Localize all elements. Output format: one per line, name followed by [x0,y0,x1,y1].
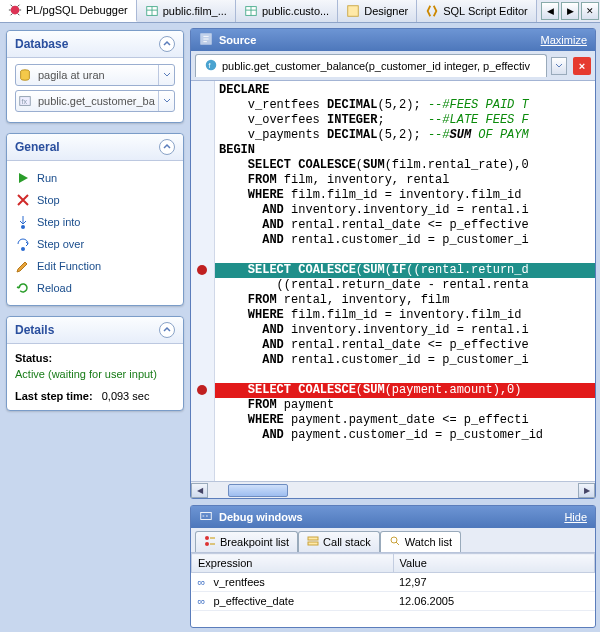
breakpoint-marker[interactable] [197,265,207,275]
source-file-tab[interactable]: f public.get_customer_balance(p_customer… [195,54,547,77]
code-line: WHERE film.film_id = inventory.film_id [215,188,595,203]
debug-title: Debug windows [219,511,558,523]
edit-icon [15,258,31,274]
tab-designer[interactable]: Designer [338,0,417,22]
tab-label: Designer [364,5,408,17]
bug-icon [8,3,22,17]
nav-prev-button[interactable]: ◀ [541,2,559,20]
function-select[interactable]: fx public.get_customer_ba [15,90,175,112]
col-expression[interactable]: Expression [192,554,394,573]
last-step-label: Last step time: [15,390,93,402]
tab-label: public.film_... [163,5,227,17]
code-editor[interactable]: DECLARE v_rentfees DECIMAL(5,2); --#FEES… [191,81,595,481]
code-line: DECLARE [215,83,595,98]
svg-rect-3 [348,6,359,17]
code-line: AND rental.rental_date <= p_effective [215,338,595,353]
gutter[interactable] [191,81,215,481]
code-line: AND rental.rental_date <= p_effective [215,218,595,233]
table-icon [244,4,258,18]
database-select[interactable]: pagila at uran [15,64,175,86]
action-label: Step over [37,238,84,250]
collapse-icon[interactable] [159,139,175,155]
collapse-icon[interactable] [159,322,175,338]
debug-panel: Debug windows Hide Breakpoint list Call … [190,505,596,628]
code-line: AND payment.customer_id = p_customer_id [215,428,595,443]
tab-list-dropdown[interactable] [551,57,567,75]
tab-nav-controls: ◀ ▶ ✕ [540,0,600,22]
scroll-left-button[interactable]: ◀ [191,483,208,498]
watch-icon [389,535,401,549]
code-line: WHERE payment.payment_date <= p_effecti [215,413,595,428]
table-row[interactable]: p_effective_date12.06.2005 [192,592,595,611]
maximize-link[interactable]: Maximize [541,34,587,46]
svg-text:fx: fx [22,98,28,105]
status-label: Status: [15,352,52,364]
step-over-icon [15,236,31,252]
tab-film[interactable]: public.film_... [137,0,236,22]
code-line: AND rental.customer_id = p_customer_i [215,353,595,368]
code-line: SELECT COALESCE(SUM(film.rental_rate),0 [215,158,595,173]
content-area: Source Maximize f public.get_customer_ba… [190,24,600,632]
svg-rect-15 [308,537,318,540]
glasses-icon [198,576,210,586]
breakpoint-list-icon [204,535,216,549]
database-panel: Database pagila at uran fx public.get_cu… [6,30,184,123]
chevron-down-icon[interactable] [158,91,174,111]
code-line: AND rental.customer_id = p_customer_i [215,233,595,248]
svg-text:f: f [208,62,210,69]
action-label: Step into [37,216,80,228]
reload-icon [15,280,31,296]
collapse-icon[interactable] [159,36,175,52]
svg-point-0 [11,6,20,15]
horizontal-scrollbar[interactable]: ◀ ▶ [191,481,595,498]
panel-title: General [15,140,159,154]
reload-button[interactable]: Reload [15,277,175,299]
sidebar: Database pagila at uran fx public.get_cu… [0,24,190,632]
debug-tabs: Breakpoint list Call stack Watch list [191,528,595,553]
source-title: Source [219,34,535,46]
tab-label: Breakpoint list [220,536,289,548]
step-into-button[interactable]: Step into [15,211,175,233]
tab-breakpoints[interactable]: Breakpoint list [195,531,298,552]
stop-button[interactable]: Stop [15,189,175,211]
edit-function-button[interactable]: Edit Function [15,255,175,277]
tab-debugger[interactable]: PL/pgSQL Debugger [0,0,137,22]
svg-point-8 [21,247,25,251]
panel-title: Database [15,37,159,51]
play-icon [15,170,31,186]
watch-table: Expression Value v_rentfees12,97p_effect… [191,553,595,611]
stop-icon [15,192,31,208]
details-panel: Details Status: Active (waiting for user… [6,316,184,411]
code-lines: DECLARE v_rentfees DECIMAL(5,2); --#FEES… [215,81,595,481]
designer-icon [346,4,360,18]
svg-point-14 [205,542,209,546]
col-value[interactable]: Value [393,554,595,573]
tab-sql-editor[interactable]: SQL Script Editor [417,0,537,22]
database-icon [16,68,34,82]
nav-close-button[interactable]: ✕ [581,2,599,20]
table-row[interactable]: v_rentfees12,97 [192,573,595,592]
tab-customer[interactable]: public.custo... [236,0,338,22]
run-button[interactable]: Run [15,167,175,189]
nav-next-button[interactable]: ▶ [561,2,579,20]
code-line: FROM payment [215,398,595,413]
tab-label: Call stack [323,536,371,548]
code-line: BEGIN [215,143,595,158]
step-over-button[interactable]: Step over [15,233,175,255]
tab-watchlist[interactable]: Watch list [380,531,461,552]
code-line [215,368,595,383]
tab-callstack[interactable]: Call stack [298,531,380,552]
scroll-thumb[interactable] [228,484,288,497]
watch-expr: p_effective_date [192,592,394,611]
svg-rect-16 [308,542,318,545]
scroll-right-button[interactable]: ▶ [578,483,595,498]
hide-link[interactable]: Hide [564,511,587,523]
chevron-down-icon[interactable] [158,65,174,85]
breakpoint-marker[interactable] [197,385,207,395]
code-line: v_rentfees DECIMAL(5,2); --#FEES PAID T [215,98,595,113]
close-tab-button[interactable]: × [573,57,591,75]
source-icon [199,32,213,48]
status-value: Active (waiting for user input) [15,366,175,382]
table-icon [145,4,159,18]
source-tabbar: f public.get_customer_balance(p_customer… [191,51,595,81]
